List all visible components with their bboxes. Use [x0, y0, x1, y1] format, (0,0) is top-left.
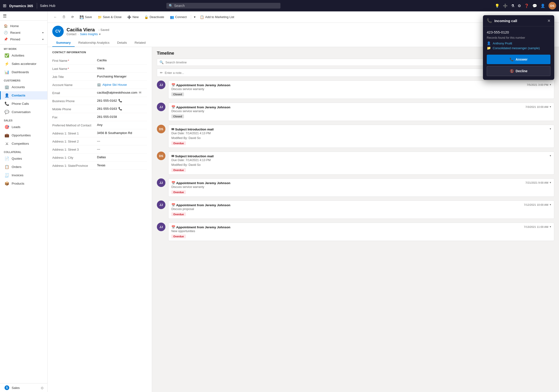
accounts-icon: 🏢: [5, 85, 9, 89]
add-marketing-button[interactable]: 📋 Add to Marketing List: [197, 14, 236, 20]
field-required-1: *: [68, 67, 69, 71]
tl-chevron-2[interactable]: ▾: [550, 127, 551, 130]
field-value-4: cacilia@alpineskihouse.com✉: [97, 91, 147, 94]
sidebar-item-home[interactable]: 🏠 Home: [0, 23, 47, 29]
field-row-13: Address 1: State/ProvinceTexas: [52, 162, 147, 170]
tl-meta-4: 7/21/2021 9:00 AM▾: [525, 181, 551, 184]
tl-chevron-6[interactable]: ▾: [550, 225, 551, 228]
help-icon[interactable]: ❓: [524, 4, 529, 8]
top-navigation: ⊞ Dynamics 365 Sales Hub 🔍 💡 ➕ ⚗ ⚙ ❓ 💬 👤…: [0, 0, 559, 11]
tl-left-3: ✉ Subject Introduction mailDue Date: 7/1…: [171, 154, 214, 172]
sidebar-item-pinned[interactable]: 📌 Pinned ▾: [0, 36, 47, 43]
sidebar-item-sales-bottom[interactable]: S Sales ◇: [0, 383, 47, 392]
field-value-3[interactable]: 🏢 Alpine Ski House: [97, 83, 147, 86]
new-button[interactable]: ➕ New: [125, 14, 141, 20]
field-label-11: Address 1: Street 3: [52, 147, 95, 151]
sidebar-item-conversation[interactable]: 💬 Conversation: [0, 108, 47, 116]
refresh-button[interactable]: ⟳: [69, 14, 76, 20]
sidebar-item-accounts[interactable]: 🏢 Accounts: [0, 83, 47, 91]
timeline-item-6: JJ📅 Appointment from Jeremy JohnsonNew o…: [157, 223, 554, 241]
chat-icon[interactable]: 💬: [532, 4, 537, 8]
settings-icon[interactable]: ⚙: [518, 4, 521, 8]
tl-date-6: 7/13/2021 11:00 AM: [524, 226, 548, 228]
sidebar-item-recent[interactable]: 🕐 Recent ▾: [0, 29, 47, 36]
sidebar-item-invoices[interactable]: 🧾 Invoices: [0, 171, 47, 179]
record-subtitle-chevron[interactable]: ▾: [99, 33, 101, 36]
search-input[interactable]: [174, 4, 278, 8]
field-row-5: Business Phone281-555-0162📞: [52, 97, 147, 105]
section-header-collateral: Collateral: [0, 148, 47, 155]
back-button[interactable]: ←: [51, 14, 59, 20]
sidebar-item-phone-calls[interactable]: 📞 Phone Calls: [0, 100, 47, 108]
sidebar-item-sales-accelerator[interactable]: ⚡ Sales accelerator: [0, 60, 47, 68]
save-button[interactable]: 💾 Save: [77, 14, 94, 20]
tab-relationship-analytics[interactable]: Relationship Analytics: [75, 39, 113, 47]
tl-avatar-1: JJ: [157, 103, 165, 111]
sidebar-item-quotes-label: Quotes: [12, 157, 22, 160]
filter-icon[interactable]: ⚗: [511, 4, 514, 8]
field-row-9: Address 1: Street 13456 B Southampton Rd: [52, 129, 147, 137]
sidebar-top: ☰: [0, 11, 47, 21]
form-panel: CONTACT INFORMATION First Name*CaciliaLa…: [47, 47, 152, 392]
sidebar-item-orders[interactable]: 📋 Orders: [0, 163, 47, 171]
sidebar-item-orders-label: Orders: [12, 165, 21, 169]
sidebar-item-opportunities[interactable]: 💼 Opportunities: [0, 131, 47, 139]
tab-related[interactable]: Related: [131, 39, 149, 47]
user-avatar[interactable]: DS: [549, 2, 556, 9]
user-icon[interactable]: 👤: [540, 4, 545, 8]
decline-button[interactable]: 📵 Decline: [487, 66, 550, 76]
deactivate-label: Deactivate: [149, 15, 164, 19]
field-text-2: Purchasing Manager: [97, 75, 127, 78]
deactivate-button[interactable]: 🔒 Deactivate: [142, 14, 166, 20]
field-label-7: Fax: [52, 115, 95, 119]
field-row-12: Address 1: CityDallas: [52, 154, 147, 162]
more-button[interactable]: ▾: [193, 14, 196, 20]
tl-desc-4: Discuss service warranty: [171, 185, 230, 189]
field-action-icon-5[interactable]: 📞: [118, 99, 122, 102]
answer-button[interactable]: 📞 Answer: [487, 55, 550, 64]
incoming-call-close-button[interactable]: ✕: [547, 18, 550, 23]
add-marketing-label: Add to Marketing List: [205, 15, 234, 19]
info-button[interactable]: 🗒: [60, 14, 68, 20]
quotes-icon: 📄: [5, 156, 9, 161]
tab-details[interactable]: Details: [113, 39, 131, 47]
sidebar-item-quotes[interactable]: 📄 Quotes: [0, 155, 47, 163]
refresh-icon: ⟳: [71, 15, 74, 19]
sidebar-item-leads[interactable]: 🎯 Leads: [0, 123, 47, 131]
add-icon[interactable]: ➕: [503, 4, 508, 8]
record-subtitle-link[interactable]: Sales Insights: [80, 33, 98, 36]
timeline-item-0: JJ📅 Appointment from Jeremy JohnsonDiscu…: [157, 81, 554, 99]
lightbulb-icon[interactable]: 💡: [495, 4, 500, 8]
tl-header-row-4: 📅 Appointment from Jeremy JohnsonDiscuss…: [171, 181, 551, 194]
field-row-7: Fax281-555-0158: [52, 113, 147, 121]
tab-summary[interactable]: Summary: [52, 39, 75, 47]
tl-chevron-3[interactable]: ▾: [550, 154, 551, 157]
contacts-icon: 👤: [5, 93, 9, 98]
incoming-call-record-1[interactable]: 👤 Anthony Pruitt: [487, 41, 550, 45]
tl-chevron-1[interactable]: ▾: [550, 105, 551, 108]
incoming-call-header: 📞 Incoming call ✕: [483, 15, 554, 26]
tl-chevron-5[interactable]: ▾: [550, 203, 551, 206]
tl-chevron-0[interactable]: ▾: [550, 83, 551, 86]
save-close-button[interactable]: 📁 Save & Close: [95, 14, 124, 20]
grid-menu-icon[interactable]: ⊞: [3, 3, 6, 8]
sidebar-item-products[interactable]: 📦 Products: [0, 179, 47, 188]
hamburger-icon[interactable]: ☰: [3, 13, 7, 18]
connect-button[interactable]: 👥 Connect: [168, 14, 189, 20]
incoming-call-record-2[interactable]: 📁 Consolidated messenger (sample): [487, 46, 550, 50]
answer-phone-icon: 📞: [510, 57, 514, 61]
tl-chevron-4[interactable]: ▾: [550, 181, 551, 184]
sidebar-item-competitors[interactable]: ⚔ Competitors: [0, 139, 47, 148]
tl-desc-0: Discuss service warranty: [171, 87, 230, 91]
field-text-10: ---: [97, 139, 100, 143]
hub-name-label[interactable]: Sales Hub: [37, 3, 58, 9]
sidebar-item-contacts[interactable]: 👤 Contacts: [0, 91, 47, 100]
tl-title-3: ✉ Subject Introduction mail: [171, 154, 214, 158]
sidebar-item-activities[interactable]: ✅ Activities: [0, 51, 47, 60]
tl-avatar-5: JJ: [157, 201, 165, 209]
record-avatar: CV: [52, 26, 64, 37]
field-action-icon-4[interactable]: ✉: [139, 91, 141, 94]
connect-icon: 👥: [170, 15, 174, 19]
sidebar-item-dashboards[interactable]: 📊 Dashboards: [0, 68, 47, 76]
field-action-icon-6[interactable]: 📞: [118, 107, 122, 110]
